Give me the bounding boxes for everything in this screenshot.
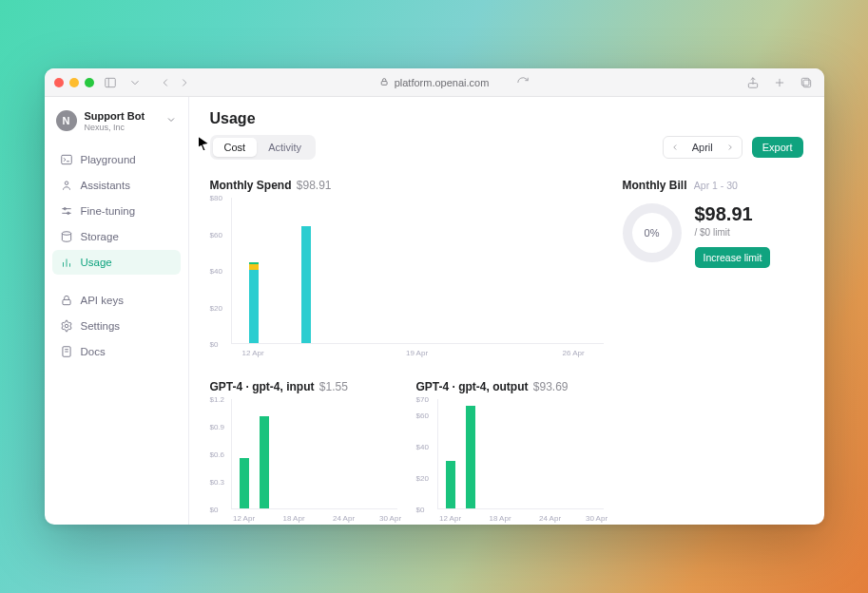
url-text: platform.openai.com	[395, 77, 490, 88]
x-tick: 30 Apr	[586, 514, 608, 523]
monthly-bill-panel: Monthly Bill Apr 1 - 30 0% $98.91 / $0 l…	[623, 179, 803, 523]
browser-window: platform.openai.com N Support Bot Nexus,…	[45, 68, 824, 525]
sidebar-item-storage[interactable]: Storage	[52, 224, 181, 249]
close-window-icon[interactable]	[54, 78, 64, 87]
tabs: Cost Activity	[210, 135, 316, 160]
usage-donut: 0%	[623, 203, 682, 262]
sidebar-item-label: Storage	[81, 231, 119, 242]
x-tick: 12 Apr	[439, 514, 461, 523]
chart-title-amount: $93.69	[533, 380, 569, 393]
sidebar-toggle-icon[interactable]	[102, 74, 119, 91]
monthly-spend-title: Monthly Spend $98.91	[210, 179, 604, 192]
bar-chart-icon	[60, 256, 73, 269]
nav-group-primary: Playground Assistants Fine-tuning Storag…	[52, 147, 181, 275]
sidebar-item-api-keys[interactable]: API keys	[52, 288, 181, 313]
terminal-icon	[60, 153, 73, 166]
chart-title-amount: $1.55	[319, 380, 348, 393]
x-tick: 18 Apr	[282, 514, 304, 523]
sidebar-item-label: Assistants	[81, 180, 130, 191]
y-tick: $0.6	[210, 450, 225, 459]
bill-date-range: Apr 1 - 30	[694, 180, 738, 191]
month-label: April	[686, 142, 719, 153]
gpt4-output-chart: $70 $60 $40 $20 $0	[416, 399, 604, 523]
zoom-window-icon[interactable]	[85, 78, 94, 87]
tab-cost[interactable]: Cost	[213, 138, 258, 157]
gpt4-input-chart: $1.2 $0.9 $0.6 $0.3 $0	[210, 399, 397, 523]
svg-rect-8	[61, 155, 71, 163]
y-tick: $60	[416, 411, 429, 419]
org-avatar: N	[56, 110, 77, 131]
y-tick: $40	[210, 267, 222, 276]
input-chart-title: GPT-4 · gpt-4, input $1.55	[210, 380, 397, 393]
tab-dropdown-icon[interactable]	[126, 74, 144, 91]
y-tick: $20	[416, 473, 429, 482]
new-tab-icon[interactable]	[771, 74, 788, 91]
y-tick: $40	[416, 442, 429, 450]
export-button[interactable]: Export	[752, 137, 803, 158]
month-picker[interactable]: April	[663, 136, 743, 159]
sidebar-item-label: API keys	[81, 295, 124, 306]
x-tick: 19 Apr	[406, 349, 428, 357]
gear-icon	[60, 319, 73, 333]
url-bar[interactable]: platform.openai.com	[379, 77, 490, 88]
y-tick: $0.9	[210, 423, 225, 431]
svg-rect-7	[801, 78, 809, 86]
svg-point-20	[65, 324, 68, 328]
org-switcher[interactable]: N Support Bot Nexus, Inc	[52, 108, 181, 134]
y-tick: $0	[210, 340, 219, 349]
sidebar-item-label: Settings	[81, 320, 121, 332]
sidebar-item-settings[interactable]: Settings	[52, 314, 181, 338]
main-content: Usage Cost Activity April Export	[189, 97, 824, 525]
chevron-down-icon	[165, 114, 177, 128]
sidebar-item-fine-tuning[interactable]: Fine-tuning	[52, 199, 181, 223]
y-tick: $20	[210, 303, 222, 312]
chart-title-text: GPT-4 · gpt-4, input	[210, 380, 315, 393]
sidebar-item-usage[interactable]: Usage	[52, 250, 181, 275]
y-tick: $70	[416, 395, 429, 404]
nav-group-secondary: API keys Settings Docs	[52, 288, 181, 364]
database-icon	[60, 230, 73, 243]
tab-row: Cost Activity April Export	[210, 135, 803, 160]
doc-icon	[60, 345, 73, 358]
output-chart-title: GPT-4 · gpt-4, output $93.69	[416, 380, 604, 393]
usage-percent: 0%	[645, 227, 660, 239]
sidebar-item-label: Usage	[81, 257, 112, 268]
monthly-spend-chart: $80 $60 $40 $20 $0	[210, 198, 604, 357]
sidebar-item-label: Fine-tuning	[81, 205, 136, 217]
page-title: Usage	[210, 110, 803, 127]
x-tick: 18 Apr	[489, 514, 511, 523]
share-icon[interactable]	[744, 74, 762, 91]
lock-icon	[60, 294, 73, 307]
chart-title-text: Monthly Spend	[210, 179, 292, 192]
x-tick: 12 Apr	[233, 514, 255, 523]
forward-icon[interactable]	[176, 74, 193, 91]
x-tick: 30 Apr	[379, 514, 401, 523]
tabs-overview-icon[interactable]	[798, 74, 815, 91]
svg-rect-19	[62, 299, 69, 304]
svg-rect-6	[803, 80, 811, 87]
lock-icon	[379, 77, 389, 88]
chart-title-amount: $98.91	[297, 179, 332, 192]
org-name: Support Bot	[85, 110, 158, 123]
svg-rect-2	[381, 81, 387, 85]
back-icon[interactable]	[157, 74, 174, 91]
titlebar: platform.openai.com	[45, 68, 824, 97]
x-tick: 26 Apr	[563, 349, 585, 357]
sidebar-item-label: Docs	[81, 346, 106, 357]
prev-month-icon[interactable]	[667, 140, 683, 155]
org-subname: Nexus, Inc	[85, 123, 158, 132]
window-controls	[54, 78, 94, 87]
next-month-icon[interactable]	[723, 140, 738, 155]
sidebar-item-docs[interactable]: Docs	[52, 339, 181, 364]
tab-activity[interactable]: Activity	[257, 138, 313, 157]
monthly-bill-title: Monthly Bill Apr 1 - 30	[623, 179, 803, 192]
svg-point-10	[65, 182, 68, 185]
sidebar-item-assistants[interactable]: Assistants	[52, 173, 181, 198]
bot-icon	[60, 179, 73, 192]
increase-limit-button[interactable]: Increase limit	[695, 247, 771, 268]
reload-icon[interactable]	[514, 74, 531, 91]
y-tick: $80	[210, 194, 222, 202]
minimize-window-icon[interactable]	[69, 78, 79, 87]
sidebar-item-playground[interactable]: Playground	[52, 147, 181, 172]
sliders-icon	[60, 204, 73, 218]
